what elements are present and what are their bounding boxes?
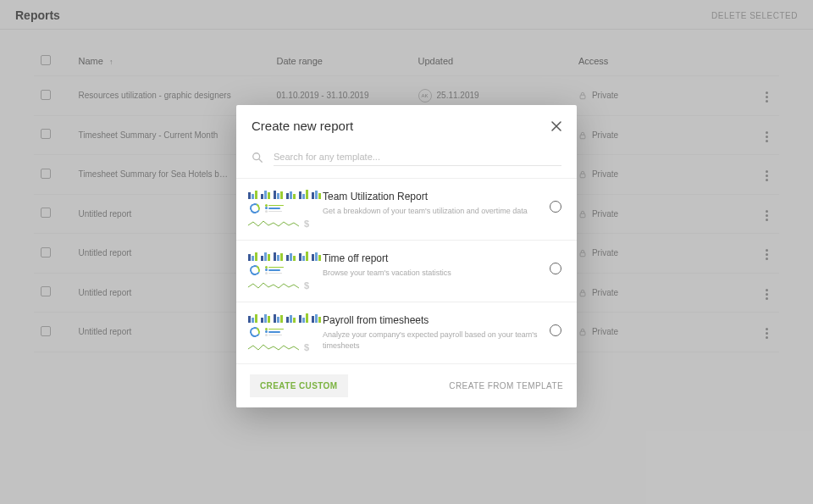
list-icon — [268, 267, 311, 274]
dollar-icon: $ — [304, 280, 311, 291]
dollar-icon: $ — [304, 219, 311, 229]
template-search-input[interactable] — [274, 148, 561, 166]
template-thumbnail: $ — [246, 189, 311, 230]
close-icon[interactable] — [551, 121, 561, 131]
template-description: Analyze your company's expected payroll … — [323, 330, 538, 351]
template-thumbnail: $ — [246, 251, 311, 291]
create-from-template-button[interactable]: CREATE FROM TEMPLATE — [449, 381, 563, 390]
modal-overlay[interactable]: Create new report $Team Utilization Repo… — [0, 0, 813, 504]
donut-chart-icon — [248, 202, 261, 214]
bar-chart-icon — [246, 189, 311, 199]
bar-chart-icon — [246, 313, 311, 323]
dollar-icon: $ — [304, 342, 311, 352]
list-icon — [268, 205, 311, 213]
template-thumbnail: $ — [246, 313, 311, 353]
template-title: Team Utilization Report — [323, 191, 538, 202]
template-item[interactable]: $Payroll from timesheetsAnalyze your com… — [236, 302, 577, 363]
create-custom-button[interactable]: CREATE CUSTOM — [250, 374, 348, 397]
svg-line-8 — [259, 158, 263, 162]
template-list[interactable]: $Team Utilization ReportGet a breakdown … — [236, 179, 577, 363]
template-title: Payroll from timesheets — [323, 314, 538, 326]
donut-chart-icon — [248, 325, 261, 338]
template-title: Time off report — [323, 252, 538, 264]
modal-title: Create new report — [252, 119, 353, 133]
template-radio[interactable] — [550, 263, 561, 274]
create-report-modal: Create new report $Team Utilization Repo… — [236, 105, 577, 407]
list-icon — [268, 329, 311, 336]
bar-chart-icon — [246, 251, 311, 261]
template-item[interactable]: $Time off reportBrowse your team's vacat… — [236, 241, 577, 302]
template-radio[interactable] — [550, 201, 561, 213]
template-item[interactable]: $Team Utilization ReportGet a breakdown … — [236, 179, 577, 241]
template-radio[interactable] — [550, 324, 561, 336]
template-description: Browse your team's vacation statistics — [323, 268, 538, 279]
template-description: Get a breakdown of your team's utilizati… — [323, 206, 538, 217]
search-icon — [252, 152, 263, 163]
donut-chart-icon — [248, 263, 261, 276]
